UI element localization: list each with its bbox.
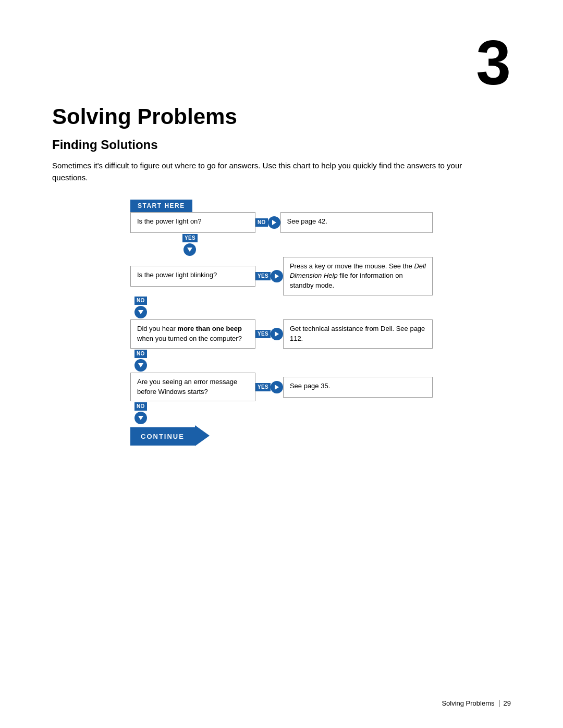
q2-down-arrow-icon — [134, 306, 147, 318]
q2-row: Is the power light blinking? Yes Press a… — [130, 257, 433, 296]
continue-button[interactable]: CONTINUE — [130, 427, 195, 446]
svg-marker-1 — [187, 248, 192, 252]
q3-yes-connector: Yes — [255, 328, 283, 340]
q3-answer: Get technical assistance from Dell. See … — [283, 319, 433, 349]
q1-yes-label: No — [255, 218, 268, 227]
start-here-label: START HERE — [130, 200, 192, 212]
q4-answer: See page 35. — [283, 377, 433, 398]
q1-right-arrow-icon — [268, 216, 280, 229]
q1-text: Is the power light on? — [137, 217, 202, 225]
q3-row: Did you hear more than one beep when you… — [130, 319, 433, 349]
q1-yes-connector: No — [255, 216, 280, 229]
svg-marker-6 — [275, 385, 279, 390]
continue-label: CONTINUE — [141, 433, 185, 440]
svg-marker-0 — [272, 220, 276, 225]
footer-page: 29 — [504, 699, 511, 707]
q3-answer-text: Get technical assistance from Dell. See … — [290, 325, 425, 342]
q2-answer-text: Press a key or move the mouse. See the D… — [290, 262, 426, 290]
q4-question: Are you seeing an error message before W… — [130, 373, 255, 402]
q3-no-badge: No — [134, 350, 147, 358]
footer-separator — [499, 700, 499, 707]
q1-row: Is the power light on? No See page 42. — [130, 212, 433, 233]
q3-yes-label: Yes — [255, 330, 271, 338]
q2-answer: Press a key or move the mouse. See the D… — [283, 257, 433, 296]
q2-question: Is the power light blinking? — [130, 266, 255, 287]
q1-question: Is the power light on? — [130, 212, 255, 233]
q3-question: Did you hear more than one beep when you… — [130, 319, 255, 349]
q3-text: Did you hear more than one beep when you… — [137, 325, 242, 342]
chapter-title: Solving Problems — [52, 104, 511, 129]
q2-yes-connector: Yes — [255, 270, 283, 282]
svg-marker-5 — [138, 363, 143, 367]
page-container: 3 Solving Problems Finding Solutions Som… — [0, 0, 563, 728]
q4-no-down: No — [130, 402, 147, 424]
q2-no-badge: No — [134, 297, 147, 305]
footer-text: Solving Problems — [442, 699, 494, 707]
q2-yes-label: Yes — [255, 272, 271, 280]
q2-right-arrow-icon — [271, 270, 283, 282]
chapter-number: 3 — [52, 31, 511, 94]
svg-marker-7 — [138, 416, 143, 420]
continue-arrow-icon — [195, 425, 210, 446]
svg-marker-2 — [275, 274, 279, 279]
intro-text: Sometimes it's difficult to figure out w… — [52, 159, 480, 184]
q4-answer-text: See page 35. — [290, 382, 330, 390]
q4-text: Are you seeing an error message before W… — [137, 378, 237, 396]
footer: Solving Problems 29 — [442, 699, 511, 707]
q1-down-arrow-icon — [183, 243, 196, 256]
q3-down-arrow-icon — [134, 359, 147, 372]
flowchart: START HERE Is the power light on? No See… — [130, 200, 433, 447]
q4-no-badge: No — [134, 402, 147, 411]
continue-row[interactable]: CONTINUE — [130, 425, 210, 446]
q1-answer-text: See page 42. — [287, 217, 327, 225]
q4-down-arrow-icon — [134, 412, 147, 424]
q2-no-down: No — [130, 297, 147, 318]
q3-no-down: No — [130, 350, 147, 372]
q4-yes-connector: Yes — [255, 381, 283, 393]
svg-marker-3 — [138, 310, 143, 314]
q4-row: Are you seeing an error message before W… — [130, 373, 433, 402]
q1-yes-badge: Yes — [182, 234, 198, 242]
section-title: Finding Solutions — [52, 138, 511, 152]
q4-yes-label: Yes — [255, 383, 271, 391]
q1-yes-down: Yes — [130, 234, 198, 256]
q4-right-arrow-icon — [271, 381, 283, 393]
svg-marker-4 — [275, 331, 279, 337]
q3-right-arrow-icon — [271, 328, 283, 340]
q2-text: Is the power light blinking? — [137, 271, 217, 279]
q1-answer: See page 42. — [280, 212, 433, 233]
